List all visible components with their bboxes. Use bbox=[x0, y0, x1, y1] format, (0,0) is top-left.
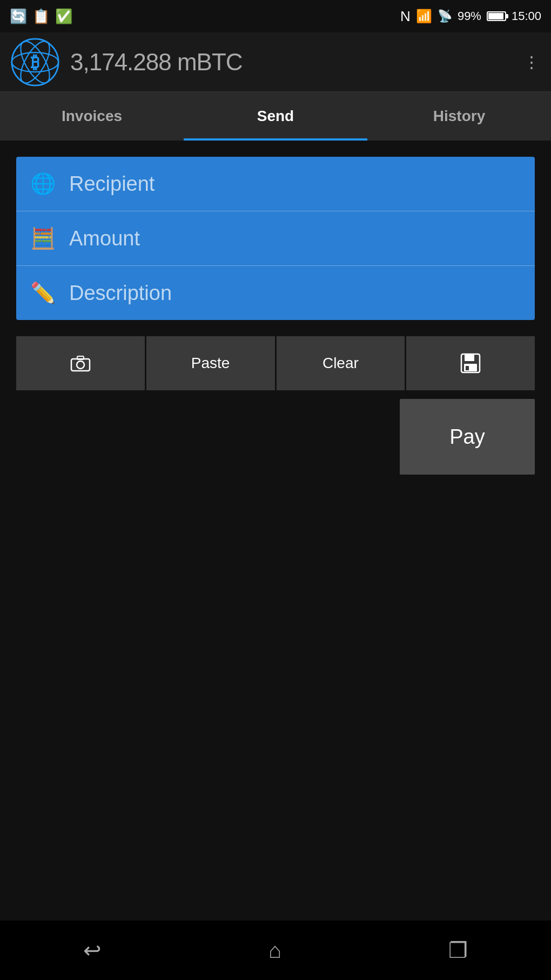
svg-rect-11 bbox=[466, 366, 469, 370]
paste-button[interactable]: Paste bbox=[146, 336, 275, 390]
status-bar-right: N 📶 📡 99% 15:00 bbox=[400, 8, 541, 25]
wifi-icon: 📶 bbox=[416, 9, 432, 24]
nfc-icon: N bbox=[400, 8, 411, 25]
clipboard-check-icon: 📋 bbox=[32, 8, 50, 25]
more-options-icon[interactable]: ⋮ bbox=[523, 52, 540, 71]
back-nav-icon[interactable]: ↩ bbox=[83, 938, 102, 963]
calculator-icon: 🧮 bbox=[29, 226, 56, 250]
description-label: Description bbox=[69, 282, 172, 305]
amount-label: Amount bbox=[69, 227, 140, 250]
battery-percent: 99% bbox=[458, 9, 481, 23]
signal-icon: 📡 bbox=[438, 9, 452, 23]
tab-send[interactable]: Send bbox=[184, 92, 367, 141]
home-nav-icon[interactable]: ⌂ bbox=[268, 938, 281, 963]
pen-icon: ✏️ bbox=[29, 281, 56, 305]
tab-bar: Invoices Send History bbox=[0, 92, 551, 141]
status-bar: 🔄 📋 ✅ N 📶 📡 99% 15:00 bbox=[0, 0, 551, 32]
recipient-label: Recipient bbox=[69, 172, 154, 196]
save-icon bbox=[460, 353, 481, 374]
tab-history[interactable]: History bbox=[367, 92, 551, 141]
bottom-navigation: ↩ ⌂ ❐ bbox=[0, 921, 551, 980]
app-header: ₿ 3,174.288 mBTC ⋮ bbox=[0, 32, 551, 92]
time-display: 15:00 bbox=[512, 9, 541, 23]
pay-button[interactable]: Pay bbox=[400, 399, 535, 475]
camera-button[interactable] bbox=[16, 336, 145, 390]
status-bar-left: 🔄 📋 ✅ bbox=[10, 8, 72, 25]
recent-nav-icon[interactable]: ❐ bbox=[448, 938, 468, 963]
clear-button[interactable]: Clear bbox=[277, 336, 405, 390]
battery-icon bbox=[487, 11, 506, 21]
save-button[interactable] bbox=[406, 336, 535, 390]
check-clipboard-icon: ✅ bbox=[55, 8, 72, 25]
svg-rect-7 bbox=[77, 356, 84, 359]
tab-invoices[interactable]: Invoices bbox=[0, 92, 184, 141]
send-form: 🌐 Recipient 🧮 Amount ✏️ Description bbox=[16, 157, 535, 320]
camera-icon bbox=[70, 355, 91, 372]
svg-point-6 bbox=[77, 361, 84, 369]
app-logo: ₿ bbox=[11, 38, 59, 86]
svg-rect-9 bbox=[465, 354, 474, 361]
balance-display: 3,174.288 mBTC bbox=[70, 49, 513, 76]
pay-area: Pay bbox=[16, 399, 535, 475]
recipient-row[interactable]: 🌐 Recipient bbox=[16, 157, 535, 211]
description-row[interactable]: ✏️ Description bbox=[16, 266, 535, 320]
amount-row[interactable]: 🧮 Amount bbox=[16, 211, 535, 266]
globe-icon: 🌐 bbox=[29, 172, 56, 196]
sync-icon: 🔄 bbox=[10, 8, 27, 25]
action-button-row: Paste Clear bbox=[16, 336, 535, 390]
svg-text:₿: ₿ bbox=[31, 52, 39, 71]
